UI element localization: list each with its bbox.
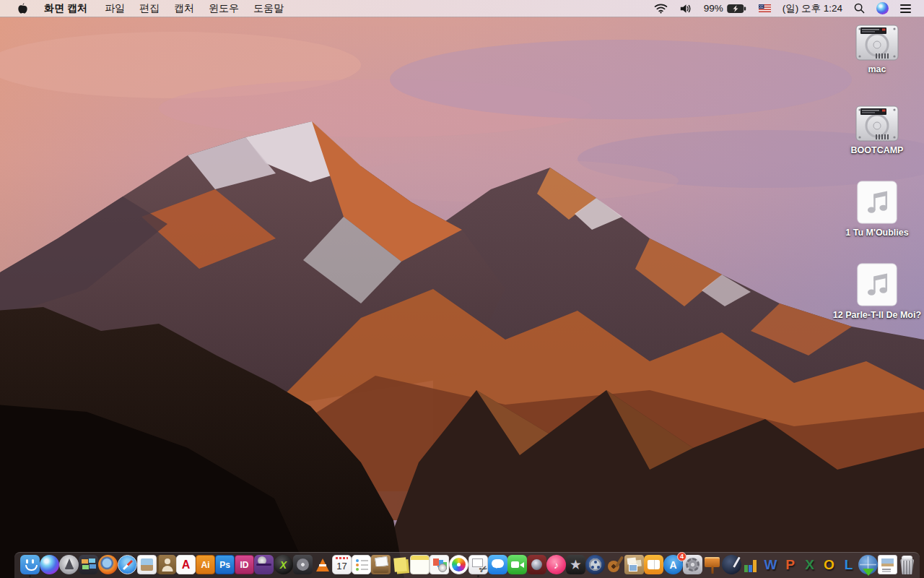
dock-item-keynote[interactable]	[702, 555, 722, 577]
app-store-running-indicator	[672, 575, 674, 577]
menu-help[interactable]: 도움말	[246, 2, 291, 15]
dock-item-film-reel[interactable]	[585, 555, 605, 577]
app-store-badge: 4	[677, 552, 687, 561]
desktop-icon-audio-2[interactable]: 12 Parle-T-Il De Moi?	[832, 263, 923, 322]
desktop-icon-bootcamp[interactable]: BOOTCAMP	[832, 105, 923, 157]
acrobat-running-indicator	[185, 575, 187, 577]
input-source-menu-extra[interactable]	[753, 0, 777, 17]
menu-capture[interactable]: 캡처	[167, 2, 201, 15]
acrobat-icon: A	[176, 555, 196, 574]
dock-item-reminders[interactable]	[352, 555, 371, 577]
dock-item-ibooks[interactable]	[644, 555, 663, 577]
dock-item-app-store[interactable]: A4	[663, 555, 683, 577]
audio-file-icon	[856, 263, 898, 306]
dock-item-trash[interactable]	[897, 555, 917, 577]
calendar-icon: 17	[332, 555, 352, 574]
dock-item-indesign[interactable]: ID	[235, 555, 254, 577]
cards-running-indicator	[438, 575, 440, 577]
stickies-icon	[391, 555, 410, 574]
launchpad-icon	[59, 555, 79, 574]
dock-item-vlc[interactable]	[313, 555, 332, 577]
photo-booth-running-indicator	[536, 575, 538, 577]
trash-running-indicator	[906, 575, 908, 577]
imovie-glyph: ★	[570, 559, 580, 571]
finder-running-indicator	[29, 575, 31, 577]
dock-item-powerpoint[interactable]: P	[780, 555, 800, 577]
menu-app-name[interactable]: 화면 캡처	[37, 2, 95, 15]
dock-item-outlook[interactable]: O	[819, 555, 839, 577]
dock-item-green-x[interactable]: X	[274, 555, 293, 577]
document-file-icon	[878, 555, 897, 574]
dock-item-excel[interactable]: X	[800, 555, 819, 577]
battery-charging-icon	[727, 4, 747, 14]
dock-item-mission-control[interactable]	[79, 555, 98, 577]
photoshop-running-indicator	[224, 575, 226, 577]
dock-item-photoshop[interactable]: Ps	[215, 555, 235, 577]
dock-item-grab[interactable]: ✂	[468, 555, 488, 577]
desktop-icon-mac[interactable]: mac	[832, 25, 923, 76]
calendar-glyph: 17	[336, 561, 346, 571]
dock-item-stickies[interactable]	[391, 555, 410, 577]
dock-item-collage[interactable]	[624, 555, 644, 577]
menu-edit[interactable]: 편집	[132, 2, 167, 15]
dock-item-safari[interactable]	[118, 555, 137, 577]
dock-item-illustrator[interactable]: Ai	[196, 555, 215, 577]
contacts-icon	[157, 555, 176, 574]
preview-icon	[137, 555, 157, 574]
dock-item-firefox[interactable]	[98, 555, 118, 577]
indesign-glyph: ID	[240, 561, 249, 569]
menu-window[interactable]: 윈도우	[201, 2, 246, 15]
green-x-icon: X	[274, 555, 293, 574]
dock-item-notes[interactable]	[410, 555, 430, 577]
dock-item-contacts[interactable]	[157, 555, 176, 577]
spotlight-menu-extra[interactable]	[848, 0, 871, 17]
dock-item-lync[interactable]: L	[839, 555, 858, 577]
dock-item-facetime[interactable]	[507, 555, 527, 577]
dock-item-calendar[interactable]: 17	[332, 555, 352, 577]
notification-center-menu-extra[interactable]	[894, 0, 917, 17]
dock-item-acrobat[interactable]: A	[176, 555, 196, 577]
collage-icon	[624, 555, 644, 574]
keynote-running-indicator	[711, 575, 713, 577]
dock-item-imovie[interactable]: ★	[566, 555, 585, 577]
dock-item-document-file[interactable]	[878, 555, 897, 577]
dock-item-word[interactable]: W	[761, 555, 780, 577]
dock-item-numbers[interactable]	[741, 555, 761, 577]
clock-menu-extra[interactable]: (일) 오후 1:24	[777, 0, 848, 17]
wifi-icon	[654, 4, 668, 14]
battery-menu-extra[interactable]: 99%	[698, 0, 753, 17]
powerpoint-running-indicator	[789, 575, 791, 577]
dock-item-globe-download[interactable]	[858, 555, 878, 577]
dock-item-finder[interactable]	[20, 555, 40, 577]
volume-menu-extra[interactable]	[674, 0, 698, 17]
system-preferences-running-indicator	[692, 575, 694, 577]
dock-item-launchpad[interactable]	[59, 555, 79, 577]
dock-item-pages[interactable]	[722, 555, 741, 577]
dock-item-disk-tool[interactable]	[293, 555, 313, 577]
dock-item-garageband[interactable]	[605, 555, 624, 577]
document-file-running-indicator	[886, 575, 889, 577]
dock-item-messages[interactable]	[488, 555, 507, 577]
dock-item-photo-booth[interactable]	[527, 555, 546, 577]
menu-file[interactable]: 파일	[97, 2, 132, 15]
dock-item-mail-box[interactable]	[371, 555, 391, 577]
dock-item-preview[interactable]	[137, 555, 157, 577]
apple-menu[interactable]	[9, 2, 37, 15]
dock-item-toast[interactable]	[254, 555, 274, 577]
dock-item-itunes[interactable]: ♪	[546, 555, 566, 577]
grab-running-indicator	[477, 575, 479, 577]
green-x-running-indicator	[282, 575, 284, 577]
desktop-icon-audio-1[interactable]: 1 Tu M'Oublies	[832, 181, 923, 239]
facetime-icon	[507, 555, 527, 574]
finder-icon	[20, 555, 40, 574]
dock-item-siri[interactable]	[40, 555, 59, 577]
siri-menu-extra[interactable]	[871, 0, 894, 17]
messages-running-indicator	[497, 575, 499, 577]
grab-glyph: ✂	[478, 563, 489, 574]
globe-download-icon	[858, 555, 878, 574]
pages-running-indicator	[731, 575, 733, 577]
dock-item-cards[interactable]	[430, 555, 449, 577]
dock-item-photos[interactable]	[449, 555, 468, 577]
ibooks-running-indicator	[653, 575, 655, 577]
wifi-menu-extra[interactable]	[648, 0, 674, 17]
